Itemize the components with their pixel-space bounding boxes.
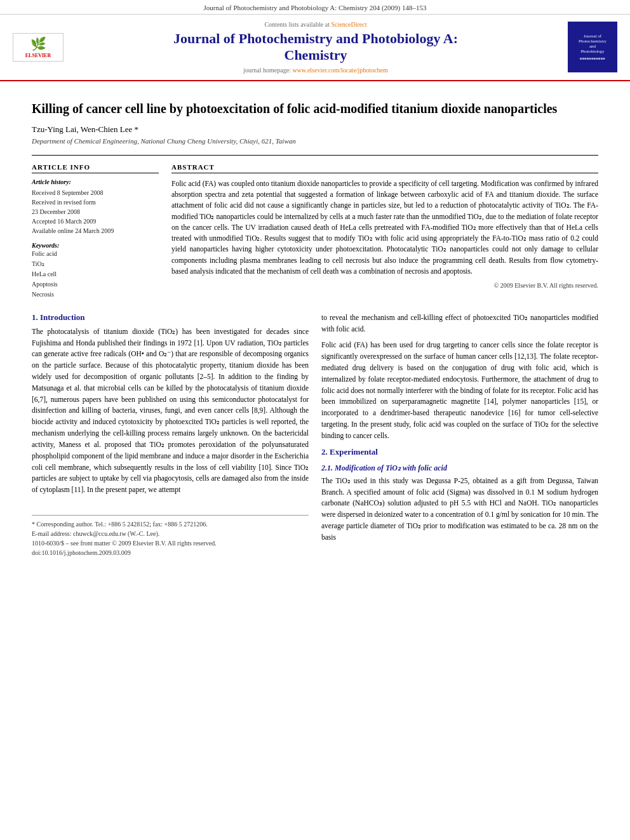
main-content: 1. Introduction The photocatalysis of ti… [32, 312, 598, 557]
available-date: Available online 24 March 2009 [32, 226, 159, 236]
right-column: to reveal the mechanism and cell-killing… [321, 312, 598, 557]
left-column: 1. Introduction The photocatalysis of ti… [32, 312, 309, 557]
thumb-line4: Photobiology [580, 49, 605, 54]
divider [32, 155, 598, 156]
journal-name: Journal of Photochemistry and Photobiolo… [76, 30, 555, 64]
homepage-link[interactable]: www.elsevier.com/locate/jphotochem [292, 67, 387, 74]
abstract-text: Folic acid (FA) was coupled onto titaniu… [171, 178, 598, 277]
keyword-1: Folic acid [32, 249, 159, 259]
keywords-label: Keywords: [32, 242, 159, 249]
authors: Tzu-Ying Lai, Wen-Chien Lee * [32, 124, 598, 135]
keyword-2: TiO₂ [32, 259, 159, 269]
info-abstract-section: ARTICLE INFO Article history: Received 8… [32, 163, 598, 300]
history-label: Article history: [32, 178, 159, 185]
footnote-doi: doi:10.1016/j.jphotochem.2009.03.009 [32, 548, 309, 557]
sciencedirect-label: Contents lists available at [264, 21, 329, 28]
content-area: Killing of cancer cell line by photoexci… [0, 81, 630, 570]
elsevier-text: ELSEVIER [25, 53, 51, 58]
thumb-line3: and [589, 44, 596, 49]
received-date: Received 8 September 2008 [32, 188, 159, 197]
footnote-star: * Corresponding author. Tel.: +886 5 242… [32, 519, 309, 529]
keyword-5: Necrosis [32, 290, 159, 300]
section1-heading: 1. Introduction [32, 312, 309, 323]
thumb-line2: Photochemistry [579, 39, 607, 44]
section1-continuation: to reveal the mechanism and cell-killing… [321, 312, 598, 335]
journal-thumbnail: Journal of Photochemistry and Photobiolo… [568, 22, 617, 72]
article-info-heading: ARTICLE INFO [32, 163, 159, 173]
revised-label: Received in revised form [32, 197, 159, 207]
section2-1-heading: 2.1. Modification of TiO₂ with folic aci… [321, 463, 598, 473]
section2-heading: 2. Experimental [321, 447, 598, 457]
article-info: ARTICLE INFO Article history: Received 8… [32, 163, 159, 300]
affiliation: Department of Chemical Engineering, Nati… [32, 137, 598, 145]
accepted-date: Accepted 16 March 2009 [32, 217, 159, 226]
keyword-3: HeLa cell [32, 269, 159, 279]
journal-title-center: Contents lists available at ScienceDirec… [64, 21, 568, 74]
journal-header: 🌿 ELSEVIER Contents lists available at S… [0, 15, 630, 81]
thumb-line1: Journal of [584, 34, 601, 39]
article-title: Killing of cancer cell line by photoexci… [32, 100, 598, 117]
abstract-heading: ABSTRACT [171, 163, 598, 173]
keyword-4: Apoptosis [32, 279, 159, 290]
section1-paragraph2: Folic acid (FA) has been used for drug t… [321, 340, 598, 441]
section2-paragraph: The TiO₂ used in this study was Degussa … [321, 476, 598, 543]
keywords-section: Keywords: Folic acid TiO₂ HeLa cell Apop… [32, 242, 159, 300]
elsevier-logo: 🌿 ELSEVIER [13, 33, 64, 62]
tree-icon: 🌿 [30, 36, 46, 51]
revised-date: 23 December 2008 [32, 207, 159, 217]
footnote-issn: 1010-6030/$ – see front matter © 2009 El… [32, 538, 309, 548]
sciencedirect-line: Contents lists available at ScienceDirec… [76, 21, 555, 28]
section1-paragraph1: The photocatalysis of titanium dioxide (… [32, 326, 309, 496]
top-bar: Journal of Photochemistry and Photobiolo… [0, 0, 630, 15]
footnote-area: * Corresponding author. Tel.: +886 5 242… [32, 515, 309, 557]
journal-citation: Journal of Photochemistry and Photobiolo… [203, 4, 426, 11]
abstract-section: ABSTRACT Folic acid (FA) was coupled ont… [171, 163, 598, 300]
sciencedirect-link[interactable]: ScienceDirect [331, 21, 366, 28]
footnote-email: E-mail address: chuwck@ccu.edu.tw (W.-C.… [32, 529, 309, 538]
copyright-line: © 2009 Elsevier B.V. All rights reserved… [171, 282, 598, 289]
journal-homepage: journal homepage: www.elsevier.com/locat… [76, 67, 555, 74]
